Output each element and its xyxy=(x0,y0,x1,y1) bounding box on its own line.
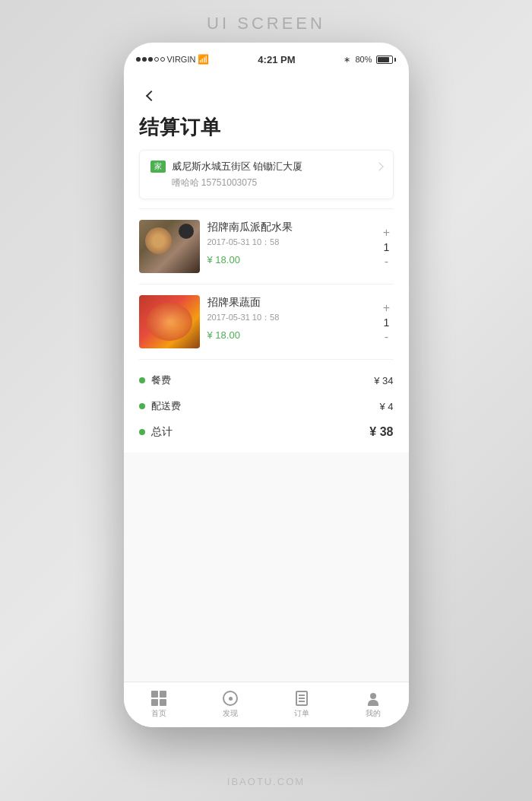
nav-item-user[interactable]: 我的 xyxy=(337,691,409,719)
battery-icon xyxy=(376,56,396,64)
signal-dot-3 xyxy=(148,57,153,62)
back-arrow-icon xyxy=(145,91,156,101)
discover-icon xyxy=(223,691,238,706)
food-price-2: ¥ 18.00 xyxy=(207,329,372,341)
bluetooth-icon: ∗ xyxy=(344,55,350,65)
qty-value-2: 1 xyxy=(384,316,390,329)
fee-section: 餐费 ¥ 34 配送费 ¥ 4 总计 ¥ 38 xyxy=(124,360,409,453)
fee-row-delivery: 配送费 ¥ 4 xyxy=(139,393,394,419)
fee-delivery-label-group: 配送费 xyxy=(139,399,181,413)
food-qty-1: + 1 - xyxy=(380,220,394,269)
status-left: VIRGIN 📶 xyxy=(136,54,210,65)
nav-label-user: 我的 xyxy=(366,708,381,719)
food-date-1: 2017-05-31 10：58 xyxy=(207,237,372,248)
order-icon xyxy=(296,691,308,706)
user-icon xyxy=(366,691,381,706)
app-header xyxy=(124,76,409,108)
battery-percent: 80% xyxy=(355,55,372,64)
page-title: 结算订单 xyxy=(139,116,221,138)
food-name-2: 招牌果蔬面 xyxy=(207,295,372,309)
fee-total-value: ¥ 38 xyxy=(369,425,393,439)
qty-increase-1[interactable]: + xyxy=(380,226,394,240)
time-label: 4:21 PM xyxy=(258,54,295,65)
wifi-icon: 📶 xyxy=(198,54,209,65)
fee-row-total: 总计 ¥ 38 xyxy=(139,419,394,445)
food-details-2: 招牌果蔬面 2017-05-31 10：58 ¥ 18.00 xyxy=(200,295,380,341)
content-spacer xyxy=(124,453,409,682)
address-chevron-icon xyxy=(375,162,383,170)
fee-total-label: 总计 xyxy=(151,425,173,439)
fee-dot-meal xyxy=(139,377,145,383)
back-button[interactable] xyxy=(139,84,163,108)
fee-row-meal: 餐费 ¥ 34 xyxy=(139,367,394,393)
fee-dot-delivery xyxy=(139,403,145,409)
status-right: ∗ 80% xyxy=(344,55,396,65)
signal-dot-2 xyxy=(142,57,147,62)
food-image-1 xyxy=(139,220,200,273)
food-item-1: 招牌南瓜派配水果 2017-05-31 10：58 ¥ 18.00 + 1 - xyxy=(124,209,409,284)
phone-frame: VIRGIN 📶 4:21 PM ∗ 80% 结算订单 xyxy=(124,43,409,727)
fee-delivery-value: ¥ 4 xyxy=(379,401,393,412)
status-bar: VIRGIN 📶 4:21 PM ∗ 80% xyxy=(124,43,409,76)
nav-item-order[interactable]: 订单 xyxy=(266,691,337,719)
bottom-nav: 首页 发现 订单 我的 xyxy=(124,682,409,727)
nav-item-home[interactable]: 首页 xyxy=(124,691,195,719)
address-left: 家 威尼斯水城五街区 铂锄汇大厦 嗜哈哈 15751003075 xyxy=(150,160,376,189)
address-line2: 嗜哈哈 15751003075 xyxy=(172,176,376,189)
signal-dot-5 xyxy=(160,57,165,62)
signal-dots xyxy=(136,57,165,62)
food-name-1: 招牌南瓜派配水果 xyxy=(207,220,372,234)
app-content: 结算订单 家 威尼斯水城五街区 铂锄汇大厦 嗜哈哈 15751003075 招牌… xyxy=(124,76,409,727)
address-line1: 威尼斯水城五街区 铂锄汇大厦 xyxy=(172,160,376,173)
food-qty-2: + 1 - xyxy=(380,295,394,344)
fee-meal-value: ¥ 34 xyxy=(374,375,393,386)
nav-label-order: 订单 xyxy=(294,708,309,719)
carrier-label: VIRGIN xyxy=(167,55,196,64)
qty-increase-2[interactable]: + xyxy=(380,301,394,315)
fee-total-label-group: 总计 xyxy=(139,425,173,439)
qty-decrease-1[interactable]: - xyxy=(380,255,394,269)
signal-dot-4 xyxy=(154,57,159,62)
fee-dot-total xyxy=(139,429,145,435)
nav-label-discover: 发现 xyxy=(223,708,238,719)
nav-label-home: 首页 xyxy=(151,708,166,719)
ui-label: UI SCREEN xyxy=(0,0,532,43)
fee-meal-label-group: 餐费 xyxy=(139,373,171,387)
qty-decrease-2[interactable]: - xyxy=(380,330,394,344)
page-title-area: 结算订单 xyxy=(124,108,409,141)
address-info: 威尼斯水城五街区 铂锄汇大厦 嗜哈哈 15751003075 xyxy=(172,160,376,189)
nav-item-discover[interactable]: 发现 xyxy=(195,691,266,719)
food-item-2: 招牌果蔬面 2017-05-31 10：58 ¥ 18.00 + 1 - xyxy=(124,284,409,359)
qty-value-1: 1 xyxy=(384,241,390,253)
food-details-1: 招牌南瓜派配水果 2017-05-31 10：58 ¥ 18.00 xyxy=(200,220,380,265)
fee-delivery-label: 配送费 xyxy=(151,399,181,413)
bottom-label: IBAOTU.COM xyxy=(0,776,532,787)
home-tag: 家 xyxy=(150,161,166,173)
food-price-1: ¥ 18.00 xyxy=(207,254,372,265)
home-icon xyxy=(151,691,166,706)
food-date-2: 2017-05-31 10：58 xyxy=(207,312,372,323)
address-section[interactable]: 家 威尼斯水城五街区 铂锄汇大厦 嗜哈哈 15751003075 xyxy=(139,150,394,199)
fee-meal-label: 餐费 xyxy=(151,373,171,387)
signal-dot-1 xyxy=(136,57,141,62)
food-image-2 xyxy=(139,295,200,348)
